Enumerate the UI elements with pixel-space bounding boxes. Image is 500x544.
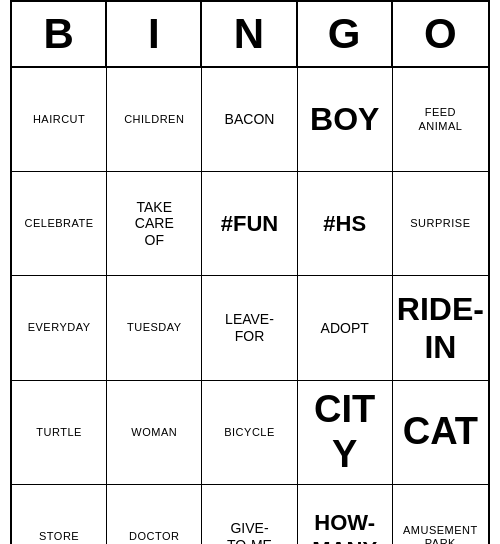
cell-text: FEEDANIMAL [418,106,462,132]
cell-text: RIDE-IN [397,290,484,367]
cell-text: AMUSEMENTPARK [403,524,478,544]
bingo-cell: TAKECAREOF [107,172,202,276]
bingo-cell: LEAVE-FOR [202,276,297,380]
bingo-cell: #HS [298,172,393,276]
bingo-cell: DOCTOR [107,485,202,544]
cell-text: BICYCLE [224,426,275,439]
header-letter: G [298,2,393,66]
cell-text: #FUN [221,211,278,237]
bingo-cell: STORE [12,485,107,544]
cell-text: CELEBRATE [25,217,94,230]
bingo-cell: CHILDREN [107,68,202,172]
cell-text: CAT [403,409,478,455]
header-letter: B [12,2,107,66]
bingo-cell: CITY [298,381,393,485]
header-letter: I [107,2,202,66]
cell-text: GIVE-TO-ME [227,520,272,544]
bingo-cell: TURTLE [12,381,107,485]
bingo-card: BINGO HAIRCUTCHILDRENBACONBOYFEEDANIMALC… [10,0,490,544]
cell-text: DOCTOR [129,530,179,543]
bingo-cell: BICYCLE [202,381,297,485]
bingo-cell: CAT [393,381,488,485]
cell-text: ADOPT [321,320,369,337]
cell-text: CITY [302,387,388,478]
cell-text: CHILDREN [124,113,184,126]
bingo-cell: TUESDAY [107,276,202,380]
cell-text: #HS [323,211,366,237]
bingo-cell: HAIRCUT [12,68,107,172]
bingo-cell: HOW-MANY [298,485,393,544]
bingo-cell: RIDE-IN [393,276,488,380]
bingo-header: BINGO [12,2,488,68]
header-letter: N [202,2,297,66]
bingo-cell: BOY [298,68,393,172]
header-letter: O [393,2,488,66]
cell-text: HAIRCUT [33,113,85,126]
cell-text: TURTLE [36,426,82,439]
bingo-cell: WOMAN [107,381,202,485]
bingo-cell: AMUSEMENTPARK [393,485,488,544]
cell-text: BOY [310,100,379,138]
bingo-grid: HAIRCUTCHILDRENBACONBOYFEEDANIMALCELEBRA… [12,68,488,544]
cell-text: STORE [39,530,79,543]
bingo-cell: #FUN [202,172,297,276]
bingo-cell: BACON [202,68,297,172]
bingo-cell: EVERYDAY [12,276,107,380]
cell-text: BACON [225,111,275,128]
cell-text: TUESDAY [127,321,182,334]
bingo-cell: ADOPT [298,276,393,380]
bingo-cell: SURPRISE [393,172,488,276]
cell-text: TAKECAREOF [135,199,174,249]
cell-text: EVERYDAY [28,321,91,334]
bingo-cell: FEEDANIMAL [393,68,488,172]
cell-text: SURPRISE [410,217,470,230]
cell-text: LEAVE-FOR [225,311,274,345]
bingo-cell: GIVE-TO-ME [202,485,297,544]
cell-text: HOW-MANY [312,510,377,544]
bingo-cell: CELEBRATE [12,172,107,276]
cell-text: WOMAN [131,426,177,439]
